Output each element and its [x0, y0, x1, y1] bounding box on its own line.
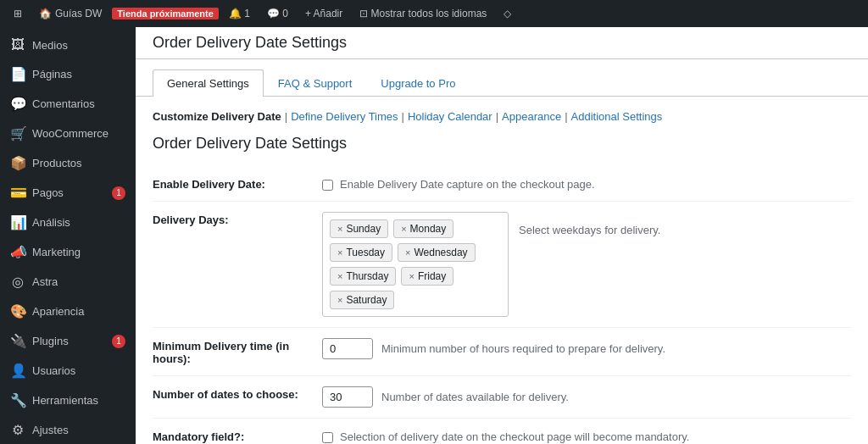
sidebar-item-usuarios[interactable]: 👤 Usuarios: [0, 356, 136, 386]
ajustes-icon: ⚙: [10, 422, 25, 438]
remove-sunday-icon[interactable]: ×: [337, 224, 342, 234]
sidebar-item-woocommerce[interactable]: 🛒 WooCommerce: [0, 119, 136, 148]
comments-button[interactable]: 🔔 1: [222, 0, 257, 27]
show-languages-button[interactable]: ⊡ Mostrar todos los idiomas: [353, 0, 493, 27]
tab-faq-support[interactable]: FAQ & Support: [264, 69, 366, 97]
delivery-days-box: × Sunday × Monday × Tues: [322, 212, 509, 317]
day-label-sunday: Sunday: [346, 223, 381, 235]
site-name-label: Guías DW: [55, 8, 102, 19]
home-icon: 🏠: [39, 8, 52, 19]
day-tag-sunday[interactable]: × Sunday: [330, 219, 388, 238]
day-label-tuesday: Tuesday: [346, 247, 385, 258]
sidebar-label-comentarios: Comentarios: [32, 97, 95, 110]
remove-wednesday-icon[interactable]: ×: [405, 247, 410, 258]
label-number-of-dates: Number of dates to choose:: [153, 376, 322, 419]
label-min-delivery-time: Minimum Delivery time (in hours):: [153, 328, 322, 376]
sidebar-item-apariencia[interactable]: 🎨 Apariencia: [0, 297, 136, 326]
day-tag-saturday[interactable]: × Saturday: [330, 291, 394, 309]
desc-min-delivery-time: Minimum number of hours required to prep…: [381, 342, 665, 355]
remove-saturday-icon[interactable]: ×: [337, 295, 342, 305]
woocommerce-icon: 🛒: [10, 125, 25, 142]
astra-icon: ◎: [10, 274, 25, 290]
breadcrumb-sep-4: |: [565, 110, 567, 123]
herramientas-icon: 🔧: [10, 392, 25, 408]
sidebar-item-pagos[interactable]: 💳 Pagos 1: [0, 178, 136, 208]
settings-table: Enable Delivery Date: Enable Delivery Da…: [153, 166, 851, 444]
sidebar-item-comentarios[interactable]: 💬 Comentarios: [0, 89, 136, 119]
wp-logo-button[interactable]: ⊞: [7, 0, 29, 27]
row-min-delivery-time: Minimum Delivery time (in hours): Minimu…: [153, 328, 851, 376]
content-area: Order Delivery Date Settings General Set…: [136, 27, 868, 444]
label-enable-delivery-date: Enable Delivery Date:: [153, 166, 322, 202]
row-delivery-days: Delivery Days: × Sunday ×: [153, 202, 851, 328]
apariencia-icon: 🎨: [10, 303, 25, 319]
day-label-saturday: Saturday: [346, 294, 387, 306]
tienda-badge[interactable]: Tienda próximamente: [112, 8, 219, 19]
tabs-bar: General Settings FAQ & Support Upgrade t…: [136, 59, 868, 97]
breadcrumb-sep-3: |: [496, 110, 498, 123]
tab-general-settings[interactable]: General Settings: [153, 69, 264, 97]
marketing-icon: 📣: [10, 244, 25, 260]
day-tag-wednesday[interactable]: × Wednesday: [398, 243, 476, 262]
row-enable-delivery-date: Enable Delivery Date: Enable Delivery Da…: [153, 166, 851, 202]
breadcrumb-additional-settings[interactable]: Additional Settings: [571, 110, 663, 123]
day-tag-friday[interactable]: × Friday: [401, 267, 453, 286]
field-mandatory-field: Selection of delivery date on the checko…: [322, 419, 851, 445]
medios-icon: 🖼: [10, 37, 25, 53]
sidebar-item-astra[interactable]: ◎ Astra: [0, 267, 136, 297]
day-label-thursday: Thursday: [346, 270, 388, 282]
input-min-delivery-time[interactable]: [322, 338, 373, 359]
field-min-delivery-time: Minimum number of hours required to prep…: [322, 328, 851, 376]
remove-tuesday-icon[interactable]: ×: [337, 247, 342, 258]
field-enable-delivery-date: Enable Delivery Date capture on the chec…: [322, 166, 851, 202]
breadcrumb-sep-2: |: [402, 110, 404, 123]
day-tag-monday[interactable]: × Monday: [393, 219, 453, 238]
breadcrumb-holiday-calendar[interactable]: Holiday Calendar: [408, 110, 492, 123]
sidebar: 🖼 Medios 📄 Páginas 💬 Comentarios 🛒 WooCo…: [0, 27, 136, 444]
sidebar-item-herramientas[interactable]: 🔧 Herramientas: [0, 386, 136, 415]
messages-button[interactable]: 💬 0: [260, 0, 295, 27]
admin-bar: ⊞ 🏠 Guías DW Tienda próximamente 🔔 1 💬 0…: [0, 0, 868, 27]
field-delivery-days: × Sunday × Monday × Tues: [322, 202, 851, 328]
row-mandatory-field: Mandatory field?: Selection of delivery …: [153, 419, 851, 445]
page-title: Order Delivery Date Settings: [153, 34, 347, 51]
breadcrumb-sep-1: |: [285, 110, 287, 123]
main-wrap: 🖼 Medios 📄 Páginas 💬 Comentarios 🛒 WooCo…: [0, 27, 868, 444]
breadcrumb-define-delivery-times[interactable]: Define Delivery Times: [291, 110, 398, 123]
section-title: Order Delivery Date Settings: [153, 135, 851, 153]
desc-number-of-dates: Number of dates available for delivery.: [381, 391, 569, 403]
paginas-icon: 📄: [10, 66, 25, 82]
day-tag-tuesday[interactable]: × Tuesday: [330, 243, 392, 262]
sidebar-label-plugins: Plugins: [32, 335, 69, 347]
checkbox-enable-delivery-date[interactable]: [322, 180, 333, 191]
tab-upgrade-to-pro[interactable]: Upgrade to Pro: [366, 69, 470, 97]
site-name-button[interactable]: 🏠 Guías DW: [32, 0, 108, 27]
day-label-friday: Friday: [418, 270, 446, 282]
sidebar-item-ajustes[interactable]: ⚙ Ajustes: [0, 415, 136, 444]
day-tag-thursday[interactable]: × Thursday: [330, 267, 396, 286]
checkbox-label-mandatory-field: Selection of delivery date on the checko…: [340, 430, 689, 443]
remove-monday-icon[interactable]: ×: [401, 224, 406, 234]
sidebar-item-paginas[interactable]: 📄 Páginas: [0, 59, 136, 89]
checkbox-label-enable-delivery-date: Enable Delivery Date capture on the chec…: [340, 178, 595, 191]
sidebar-label-astra: Astra: [32, 275, 58, 288]
sidebar-item-marketing[interactable]: 📣 Marketing: [0, 237, 136, 267]
sidebar-item-medios[interactable]: 🖼 Medios: [0, 31, 136, 59]
sidebar-item-productos[interactable]: 📦 Productos: [0, 148, 136, 178]
breadcrumb-appearance[interactable]: Appearance: [502, 110, 561, 123]
row-number-of-dates: Number of dates to choose: Number of dat…: [153, 376, 851, 419]
add-new-button[interactable]: + Añadir: [298, 0, 349, 27]
sidebar-label-woocommerce: WooCommerce: [32, 127, 108, 140]
sidebar-label-productos: Productos: [32, 157, 82, 169]
checkbox-mandatory-field[interactable]: [322, 432, 333, 443]
input-number-of-dates[interactable]: [322, 386, 373, 408]
sidebar-label-analisis: Análisis: [32, 216, 70, 229]
settings-content: Customize Delivery Date | Define Deliver…: [136, 97, 868, 444]
day-label-monday: Monday: [410, 223, 447, 235]
remove-thursday-icon[interactable]: ×: [337, 271, 342, 281]
sidebar-item-plugins[interactable]: 🔌 Plugins 1: [0, 326, 136, 356]
sidebar-label-paginas: Páginas: [32, 68, 72, 80]
sidebar-item-analisis[interactable]: 📊 Análisis: [0, 208, 136, 237]
diamond-button[interactable]: ◇: [497, 0, 518, 27]
remove-friday-icon[interactable]: ×: [409, 271, 414, 281]
